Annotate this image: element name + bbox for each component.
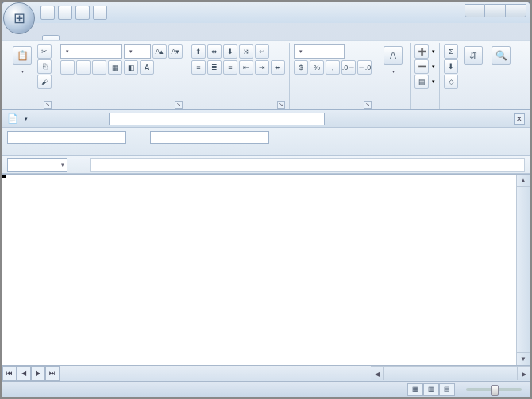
- number-launcher-icon[interactable]: ↘: [364, 101, 372, 109]
- font-name-combo[interactable]: ▾: [60, 44, 122, 59]
- document-properties-fields: [2, 128, 530, 156]
- qat-redo-icon[interactable]: [75, 6, 90, 20]
- minimize-button[interactable]: [465, 4, 485, 17]
- scroll-right-icon[interactable]: ▶: [517, 367, 530, 380]
- indent-inc-icon[interactable]: ⇥: [255, 60, 269, 75]
- close-button[interactable]: [506, 4, 526, 17]
- font-color-icon[interactable]: A̲: [140, 60, 154, 75]
- group-alignment-label: ↘: [191, 98, 285, 109]
- view-normal-icon[interactable]: ▦: [407, 383, 423, 396]
- tab-review[interactable]: [133, 35, 151, 40]
- align-center-icon[interactable]: ≣: [207, 60, 222, 75]
- find-select-button[interactable]: 🔍: [488, 44, 514, 68]
- align-middle-icon[interactable]: ⬌: [207, 44, 222, 59]
- format-cells-icon[interactable]: ▤: [414, 75, 429, 89]
- fill-color-icon[interactable]: ◧: [124, 60, 138, 75]
- fx-icon[interactable]: [72, 159, 85, 171]
- underline-button[interactable]: [92, 60, 106, 75]
- group-cells-label: [414, 98, 435, 109]
- copy-icon[interactable]: ⎘: [37, 59, 52, 74]
- group-editing-label: [444, 98, 514, 109]
- font-launcher-icon[interactable]: ↘: [175, 101, 183, 109]
- align-right-icon[interactable]: ≡: [223, 60, 237, 75]
- group-styles-label: [380, 98, 406, 109]
- clear-icon[interactable]: ◇: [444, 75, 458, 89]
- tab-formulas[interactable]: [97, 35, 114, 40]
- horizontal-scrollbar[interactable]: ◀ ▶: [371, 366, 530, 380]
- autosum-icon[interactable]: Σ: [444, 44, 458, 59]
- group-font-label: ↘: [60, 98, 183, 109]
- scroll-down-icon[interactable]: ▼: [517, 352, 530, 365]
- formula-bar-row: [2, 156, 530, 174]
- wrap-text-icon[interactable]: ↩: [255, 44, 269, 59]
- vertical-scrollbar[interactable]: ▲ ▼: [516, 175, 530, 365]
- scroll-left-icon[interactable]: ◀: [371, 367, 384, 380]
- find-icon: 🔍: [492, 46, 511, 65]
- sheet-nav-last-icon[interactable]: ⏭: [45, 366, 60, 381]
- view-page-layout-icon[interactable]: ▥: [423, 383, 439, 396]
- sheet-nav-prev-icon[interactable]: ◀: [17, 366, 31, 381]
- paste-icon: 📋: [13, 46, 32, 65]
- sheet-nav-next-icon[interactable]: ▶: [31, 366, 45, 381]
- comma-icon[interactable]: ,: [326, 60, 340, 75]
- doc-props-icon[interactable]: 📄: [7, 113, 18, 124]
- cut-icon[interactable]: ✂: [37, 44, 52, 59]
- qat-save-icon[interactable]: [40, 6, 55, 20]
- orientation-icon[interactable]: ⤭: [239, 44, 253, 59]
- scroll-up-icon[interactable]: ▲: [517, 175, 530, 187]
- tab-data[interactable]: [115, 35, 133, 40]
- format-painter-icon[interactable]: 🖌: [37, 75, 52, 89]
- number-format-combo[interactable]: ▾: [294, 44, 345, 59]
- align-left-icon[interactable]: ≡: [191, 60, 206, 75]
- bold-button[interactable]: [60, 60, 75, 75]
- styles-icon: A: [384, 46, 403, 65]
- dec-decimal-icon[interactable]: ←.0: [357, 60, 372, 75]
- clipboard-launcher-icon[interactable]: ↘: [44, 101, 52, 109]
- quick-access-toolbar: [40, 6, 107, 20]
- sheet-nav-first-icon[interactable]: ⏮: [2, 366, 17, 381]
- currency-icon[interactable]: $: [294, 60, 308, 75]
- paste-button[interactable]: 📋 ▾: [10, 44, 35, 75]
- close-panel-icon[interactable]: ✕: [514, 113, 525, 125]
- qat-undo-icon[interactable]: [58, 6, 72, 20]
- styles-button[interactable]: A ▾: [380, 44, 406, 75]
- align-top-icon[interactable]: ⬆: [191, 44, 206, 59]
- view-page-break-icon[interactable]: ▤: [439, 383, 455, 396]
- name-box[interactable]: [7, 158, 67, 172]
- tab-view[interactable]: [152, 35, 169, 40]
- alignment-launcher-icon[interactable]: ↘: [277, 101, 285, 109]
- merge-icon[interactable]: ⬌: [271, 60, 285, 75]
- formula-bar[interactable]: [90, 158, 525, 172]
- italic-button[interactable]: [76, 60, 91, 75]
- align-bottom-icon[interactable]: ⬇: [223, 44, 237, 59]
- inc-decimal-icon[interactable]: .0→: [341, 60, 356, 75]
- indent-dec-icon[interactable]: ⇤: [239, 60, 253, 75]
- status-bar: ▦ ▥ ▤: [2, 381, 530, 397]
- document-properties-bar: 📄▾ ✕: [2, 110, 530, 128]
- font-size-combo[interactable]: ▾: [124, 44, 151, 59]
- tab-insert[interactable]: [60, 35, 78, 40]
- qat-customize-icon[interactable]: [93, 6, 107, 20]
- titlebar: [2, 2, 530, 23]
- ribbon-tabs: ? — ×: [2, 23, 530, 40]
- zoom-slider[interactable]: [466, 388, 522, 391]
- title-input[interactable]: [7, 131, 126, 144]
- office-button[interactable]: [3, 2, 35, 34]
- insert-cells-icon[interactable]: ➕: [414, 44, 429, 59]
- delete-cells-icon[interactable]: ➖: [414, 59, 429, 74]
- tab-page-layout[interactable]: [79, 35, 96, 40]
- sort-filter-button[interactable]: ⇵: [461, 44, 486, 68]
- grow-font-icon[interactable]: A▴: [152, 44, 167, 59]
- spreadsheet-grid[interactable]: ▲ ▼: [2, 175, 530, 365]
- percent-icon[interactable]: %: [310, 60, 324, 75]
- group-number-label: ↘: [294, 98, 372, 109]
- maximize-button[interactable]: [485, 4, 506, 17]
- reportlibrarytarget-input[interactable]: [150, 131, 269, 144]
- border-icon[interactable]: ▦: [108, 60, 122, 75]
- location-url: [109, 113, 325, 125]
- shrink-font-icon[interactable]: A▾: [168, 44, 183, 59]
- tab-home[interactable]: [42, 35, 60, 40]
- tab-developer[interactable]: [170, 35, 187, 40]
- ribbon: 📋 ▾ ✂ ⎘ 🖌 ↘ ▾ ▾ A▴ A▾: [2, 40, 530, 110]
- fill-icon[interactable]: ⬇: [444, 59, 458, 74]
